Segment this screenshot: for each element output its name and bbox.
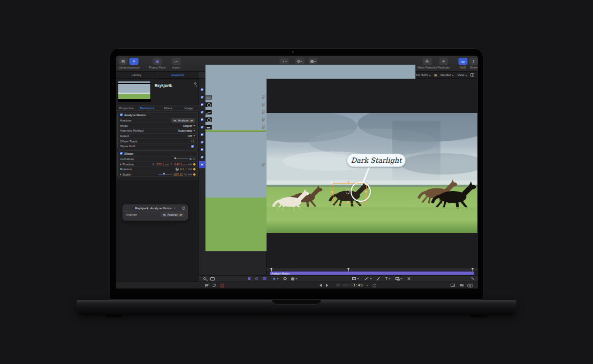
- render-menu[interactable]: Render: [440, 73, 454, 77]
- layer-checkbox[interactable]: [201, 141, 203, 143]
- tab-inspector[interactable]: Inspector: [157, 72, 199, 78]
- mute-icon[interactable]: [205, 284, 207, 286]
- share-button[interactable]: ↥ Share: [469, 58, 478, 69]
- import-button[interactable]: ↓ Import: [172, 58, 181, 69]
- timecode-dropdown[interactable]: [366, 285, 368, 286]
- hud-button[interactable]: ▭ HUD: [459, 58, 468, 69]
- selection-handle[interactable]: [365, 191, 367, 193]
- layer-row-group[interactable]: ▣ Group ⚑: [199, 86, 266, 94]
- lock-icon[interactable]: [262, 127, 264, 129]
- analyze-motion-checkbox[interactable]: [120, 113, 123, 116]
- next-keyframe-icon[interactable]: [191, 173, 192, 176]
- line-tool-icon[interactable]: [377, 277, 379, 280]
- shape-tool-icon[interactable]: [352, 277, 356, 280]
- tab-properties[interactable]: Properties: [116, 105, 137, 110]
- pin-icon[interactable]: [194, 82, 196, 85]
- select-tool-dropdown[interactable]: [277, 278, 279, 279]
- library-button[interactable]: ▤ Library: [119, 58, 128, 69]
- hud-analyze-buttons[interactable]: ≪ Analyze ≫: [161, 213, 185, 217]
- zoom-level-select[interactable]: Fit: 52%: [416, 73, 431, 77]
- loop-playback-icon[interactable]: [212, 284, 216, 287]
- search-icon[interactable]: [203, 277, 206, 280]
- prev-keyframe-icon[interactable]: [188, 168, 189, 170]
- make-particles-button[interactable]: ⁂ Make Particles: [417, 58, 437, 69]
- prev-keyframe-icon[interactable]: [188, 173, 189, 176]
- lock-icon[interactable]: [262, 97, 264, 99]
- text-tool-icon[interactable]: T: [385, 277, 387, 280]
- layer-checkbox[interactable]: [201, 148, 203, 151]
- info-icon[interactable]: i: [182, 207, 185, 210]
- timecode-display[interactable]: 00:00:03:49: [336, 283, 363, 287]
- pan-tool-dropdown[interactable]: [295, 278, 298, 279]
- layer-checkbox[interactable]: [201, 133, 203, 136]
- transform-tool-icon[interactable]: [407, 277, 410, 280]
- previous-frame-icon[interactable]: [320, 284, 322, 287]
- mask-tool-dropdown[interactable]: [400, 278, 402, 279]
- select-tool-icon[interactable]: [273, 277, 276, 280]
- anchor-point[interactable]: [346, 189, 350, 194]
- mask-tool-icon[interactable]: [396, 277, 399, 280]
- callout-bubble[interactable]: Dark Starlight: [347, 154, 406, 167]
- clip-appearance-icon[interactable]: [210, 277, 215, 280]
- adjust-item-tool-icon[interactable]: [283, 277, 287, 280]
- lock-icon[interactable]: [262, 104, 264, 107]
- layer-checkbox[interactable]: [201, 88, 203, 91]
- inspector-button[interactable]: ≡ Inspector: [128, 58, 140, 69]
- show-filters-toggle[interactable]: [263, 277, 266, 280]
- disclosure-icon[interactable]: [120, 173, 121, 176]
- tab-image[interactable]: Image: [178, 105, 199, 110]
- bezier-tool-dropdown[interactable]: [370, 278, 372, 279]
- shape-tool-dropdown[interactable]: [357, 278, 359, 279]
- tab-behaviors[interactable]: Behaviors: [137, 105, 158, 110]
- timeline-expand-icon[interactable]: [471, 277, 475, 280]
- next-keyframe-icon[interactable]: [191, 168, 192, 170]
- show-behaviors-toggle[interactable]: [255, 277, 258, 280]
- next-keyframe-icon[interactable]: [191, 163, 192, 165]
- play-icon[interactable]: [326, 284, 328, 287]
- keyframe-icon[interactable]: [193, 163, 196, 166]
- mode-select[interactable]: Object: [183, 124, 195, 127]
- layer-checkbox[interactable]: [201, 96, 203, 98]
- lock-icon[interactable]: [262, 164, 264, 166]
- layer-checkbox[interactable]: [201, 126, 203, 128]
- show-objects-toggle[interactable]: [248, 277, 250, 280]
- keyframe-icon[interactable]: [193, 168, 196, 171]
- selection-corner-handle[interactable]: [330, 181, 333, 184]
- position-y-field[interactable]: -243.6: [173, 163, 183, 166]
- tracker-focus-circle[interactable]: [351, 181, 371, 202]
- prev-keyframe-icon[interactable]: [188, 163, 189, 165]
- rotation-field[interactable]: 4.1: [180, 168, 184, 171]
- pan-tool-icon[interactable]: [291, 277, 294, 280]
- canvas-color-swatch[interactable]: [434, 74, 437, 77]
- detect-select[interactable]: Off: [188, 134, 195, 138]
- layer-checkbox[interactable]: [201, 103, 203, 106]
- position-x-field[interactable]: -372.1: [155, 163, 164, 166]
- canvas-image[interactable]: Dark Starlight: [267, 113, 477, 233]
- show-video-tracks-icon[interactable]: [451, 284, 455, 287]
- curvature-slider[interactable]: [174, 158, 188, 159]
- record-icon[interactable]: [221, 284, 224, 287]
- layer-checkbox[interactable]: [201, 163, 203, 166]
- lock-icon[interactable]: [262, 119, 264, 122]
- layer-checkbox[interactable]: [201, 118, 203, 121]
- layer-row-reykjavik[interactable]: ▦ Reykjavik ⚙: [199, 154, 266, 161]
- text-tool-dropdown[interactable]: [389, 278, 391, 279]
- show-audio-tracks-icon[interactable]: [460, 284, 462, 286]
- analyze-buttons[interactable]: ≪ Analyze ≫: [171, 118, 195, 123]
- analysis-method-select[interactable]: Automatic: [178, 129, 195, 132]
- scale-field[interactable]: 183.11: [173, 173, 183, 176]
- scale-slider[interactable]: [158, 174, 172, 175]
- offset-track-checkbox[interactable]: [191, 140, 194, 142]
- disclosure-icon[interactable]: [120, 163, 121, 165]
- link-tracks-icon[interactable]: [467, 284, 473, 287]
- rotation-dial[interactable]: [176, 168, 179, 171]
- layer-checkbox[interactable]: [201, 156, 203, 158]
- keyframe-icon[interactable]: [193, 173, 196, 176]
- layer-checkbox[interactable]: [201, 111, 203, 113]
- bezier-tool-icon[interactable]: [364, 277, 368, 280]
- selection-handle[interactable]: [347, 201, 349, 203]
- shape-checkbox[interactable]: [120, 152, 123, 155]
- lock-icon[interactable]: [262, 112, 264, 114]
- replicate-button[interactable]: ✳ Replicate: [438, 58, 450, 69]
- view-menu[interactable]: View: [457, 73, 467, 77]
